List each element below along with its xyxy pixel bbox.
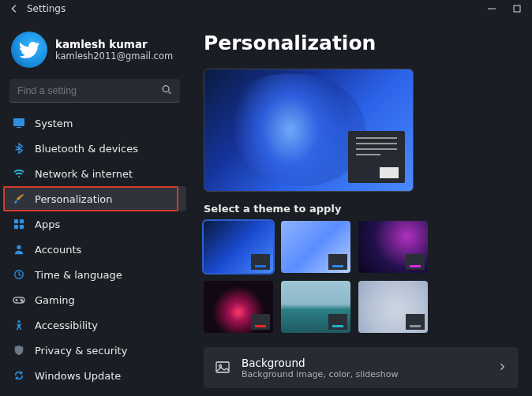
theme-tile-3[interactable]	[358, 221, 428, 273]
sidebar-item-time[interactable]: Time & language	[0, 262, 189, 287]
background-row-title: Background	[242, 357, 486, 369]
theme-tile-6[interactable]	[358, 281, 428, 333]
svg-point-6	[18, 176, 20, 177]
sidebar-item-gaming[interactable]: Gaming	[0, 287, 189, 312]
sidebar: kamlesh kumar kamlesh2011@gmail.com Syst…	[0, 17, 189, 396]
nav-label: Windows Update	[35, 370, 121, 382]
picture-icon	[215, 360, 230, 375]
background-setting-row[interactable]: Background Background image, color, slid…	[204, 347, 518, 388]
nav-label: Network & internet	[35, 168, 133, 180]
person-icon	[13, 243, 25, 256]
sidebar-item-system[interactable]: System	[0, 110, 189, 136]
nav-label: Accessibility	[35, 319, 98, 331]
main-content: Personalization Select a theme to apply …	[189, 17, 532, 396]
paintbrush-icon	[13, 192, 25, 205]
clock-icon	[13, 268, 25, 281]
update-icon	[13, 369, 25, 382]
sidebar-item-network[interactable]: Network & internet	[0, 161, 189, 186]
theme-tile-4[interactable]	[204, 281, 273, 333]
profile-email: kamlesh2011@gmail.com	[55, 50, 173, 62]
minimize-button[interactable]	[486, 4, 497, 13]
svg-rect-9	[14, 225, 18, 229]
theme-tile-2[interactable]	[281, 221, 350, 273]
avatar	[11, 32, 47, 68]
nav-label: Gaming	[35, 294, 75, 306]
shield-icon	[13, 344, 25, 357]
maximize-button[interactable]	[511, 4, 523, 13]
svg-point-2	[163, 86, 169, 92]
system-icon	[13, 117, 25, 129]
wifi-icon	[13, 167, 25, 180]
desktop-preview	[204, 69, 414, 192]
svg-rect-8	[20, 219, 24, 223]
gaming-icon	[13, 293, 25, 306]
theme-grid	[204, 221, 440, 333]
svg-rect-7	[14, 219, 18, 223]
apps-icon	[13, 218, 25, 230]
sidebar-item-accounts[interactable]: Accounts	[0, 237, 189, 262]
page-title: Personalization	[204, 32, 518, 54]
nav-label: Bluetooth & devices	[35, 143, 138, 155]
back-button[interactable]	[5, 3, 24, 14]
svg-point-18	[219, 365, 222, 368]
bluetooth-icon	[13, 142, 25, 155]
search-input[interactable]	[9, 79, 180, 103]
svg-line-3	[169, 92, 171, 94]
accessibility-icon	[13, 319, 25, 331]
svg-rect-5	[17, 127, 21, 128]
background-row-subtitle: Background image, color, slideshow	[242, 369, 486, 379]
sidebar-item-update[interactable]: Windows Update	[0, 363, 189, 388]
nav-label: System	[35, 118, 73, 129]
profile-block[interactable]: kamlesh kumar kamlesh2011@gmail.com	[0, 27, 189, 79]
sidebar-item-privacy[interactable]: Privacy & security	[0, 338, 189, 363]
nav-label: Apps	[35, 219, 60, 230]
nav-list: System Bluetooth & devices Network & int…	[0, 110, 189, 388]
nav-label: Privacy & security	[35, 345, 127, 357]
svg-rect-1	[514, 6, 520, 12]
sidebar-item-bluetooth[interactable]: Bluetooth & devices	[0, 136, 189, 161]
nav-label: Time & language	[35, 269, 122, 281]
theme-section-label: Select a theme to apply	[204, 203, 518, 215]
titlebar: Settings	[0, 0, 532, 17]
svg-rect-10	[20, 225, 24, 229]
svg-point-16	[17, 320, 21, 323]
svg-rect-4	[13, 118, 24, 126]
sidebar-item-accessibility[interactable]: Accessibility	[0, 312, 189, 338]
theme-tile-5[interactable]	[281, 281, 350, 333]
search-icon	[161, 84, 172, 98]
svg-point-14	[21, 299, 22, 301]
svg-point-11	[17, 245, 21, 249]
nav-label: Accounts	[35, 244, 81, 256]
sidebar-item-apps[interactable]: Apps	[0, 211, 189, 237]
window-title: Settings	[24, 3, 486, 14]
profile-name: kamlesh kumar	[55, 38, 173, 50]
preview-mini-window	[348, 131, 405, 183]
svg-rect-17	[216, 362, 229, 372]
sidebar-item-personalization[interactable]: Personalization	[3, 186, 186, 211]
nav-label: Personalization	[35, 193, 113, 205]
theme-tile-1[interactable]	[204, 221, 273, 273]
chevron-right-icon	[497, 362, 507, 374]
svg-point-15	[22, 301, 24, 302]
